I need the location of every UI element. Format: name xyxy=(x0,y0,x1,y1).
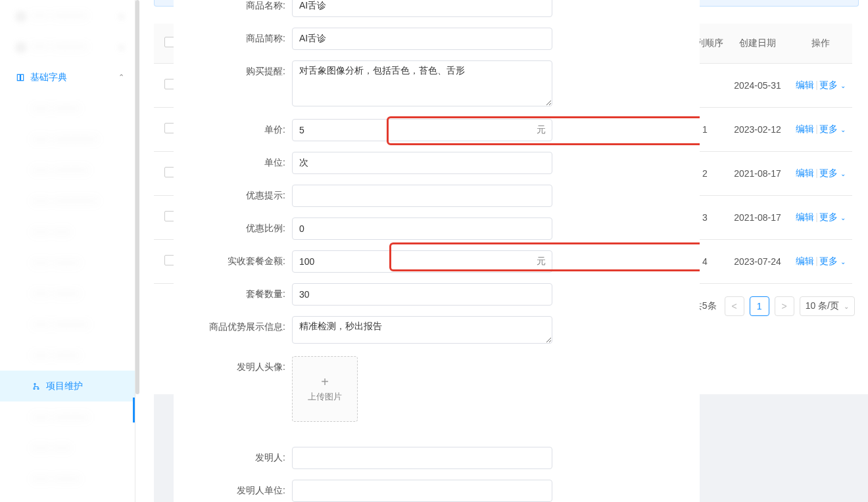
cell-date: 2023-02-12 xyxy=(726,107,789,151)
inventor-input[interactable] xyxy=(292,447,552,469)
chevron-down-icon: ⌄ xyxy=(118,42,124,51)
menu-icon: ▢ xyxy=(16,42,25,51)
purchase-tip-textarea[interactable]: 对舌象图像分析，包括舌色，苔色、舌形 xyxy=(292,60,552,106)
sidebar-item[interactable]: －－ －－－ xyxy=(0,340,135,371)
inventor-org-input[interactable] xyxy=(292,480,552,502)
cell-date: 2024-05-31 xyxy=(726,63,789,107)
book-icon xyxy=(16,73,25,82)
more-link[interactable]: 更多 ⌄ xyxy=(819,256,846,266)
label-tip: 购买提醒: xyxy=(174,60,292,78)
sidebar-item[interactable]: －－ －－－ xyxy=(0,93,135,124)
product-short-input[interactable] xyxy=(292,28,552,50)
product-name-input[interactable] xyxy=(292,0,552,17)
unit-input[interactable] xyxy=(292,152,552,174)
sidebar-item[interactable]: ▢－－ －－－－⌄ xyxy=(0,0,135,31)
scrollbar-thumb[interactable] xyxy=(135,0,139,394)
chevron-down-icon: ⌄ xyxy=(838,214,846,221)
edit-link[interactable]: 编辑 xyxy=(796,256,814,266)
cell-date: 2021-08-17 xyxy=(726,151,789,195)
cell-ops: 编辑|更多 ⌄ xyxy=(789,107,852,151)
package-qty-input[interactable] xyxy=(292,283,552,306)
sidebar-item[interactable]: －－ －－－－－ xyxy=(0,124,135,154)
upload-label: 上传图片 xyxy=(308,391,342,403)
active-indicator xyxy=(133,398,135,422)
unit-price-input[interactable] xyxy=(292,119,552,141)
suffix-yuan-2: 元 xyxy=(537,256,546,267)
sidebar-item[interactable]: －－ －－－ xyxy=(0,247,135,278)
cell-ops: 编辑|更多 ⌄ xyxy=(789,151,852,195)
sidebar-section-dict[interactable]: 基础字典 ⌃ xyxy=(0,62,135,93)
suffix-yuan: 元 xyxy=(537,124,546,136)
more-link[interactable]: 更多 ⌄ xyxy=(819,212,846,222)
sidebar-item[interactable]: －－ －－－ xyxy=(0,278,135,309)
chevron-down-icon: ⌄ xyxy=(838,170,846,177)
more-link[interactable]: 更多 ⌄ xyxy=(819,168,846,178)
chevron-down-icon: ⌄ xyxy=(838,126,846,133)
plus-icon: + xyxy=(321,375,329,388)
sidebar-item[interactable]: －－ －－－－ xyxy=(0,154,135,185)
page-1[interactable]: 1 xyxy=(750,296,769,316)
sidebar-item[interactable]: ▢－－ －－－－⌄ xyxy=(0,31,135,62)
more-link[interactable]: 更多 ⌄ xyxy=(819,124,846,134)
promo-rate-input[interactable] xyxy=(292,217,552,240)
next-page-button[interactable]: > xyxy=(775,296,794,316)
edit-link[interactable]: 编辑 xyxy=(796,212,814,222)
chevron-down-icon: ⌄ xyxy=(838,258,846,265)
label-inventor: 发明人: xyxy=(174,447,292,464)
prev-page-button[interactable]: < xyxy=(725,296,744,316)
cell-ops: 编辑|更多 ⌄ xyxy=(789,63,852,107)
chevron-up-icon: ⌃ xyxy=(118,73,124,81)
edit-link[interactable]: 编辑 xyxy=(796,124,814,134)
cell-ops: 编辑|更多 ⌄ xyxy=(789,195,852,239)
edit-dialog: 商品名称: 商品简称: 购买提醒: 对舌象图像分析，包括舌色，苔色、舌形 单价:… xyxy=(174,0,700,502)
label-name: 商品名称: xyxy=(174,0,292,12)
cell-date: 2023-07-24 xyxy=(726,239,789,283)
sidebar-item-label: 项目维护 xyxy=(46,380,124,392)
cell-date: 2021-08-17 xyxy=(726,195,789,239)
sidebar-item[interactable]: －－ －－ xyxy=(0,216,135,247)
edit-link[interactable]: 编辑 xyxy=(796,80,814,90)
sidebar-section-label: 基础字典 xyxy=(30,72,118,83)
chevron-down-icon: ⌄ xyxy=(118,11,124,20)
feature-textarea[interactable]: 精准检测，秒出报告 xyxy=(292,316,552,344)
avatar-upload[interactable]: + 上传图片 xyxy=(292,356,358,422)
label-feature: 商品优势展示信息: xyxy=(174,316,292,333)
edit-link[interactable]: 编辑 xyxy=(796,168,814,178)
page-size-select[interactable]: 10 条/页 ⌄ xyxy=(800,296,855,316)
label-avatar: 发明人头像: xyxy=(174,356,292,373)
menu-icon: ▢ xyxy=(16,11,25,20)
col-ops: 操作 xyxy=(789,24,852,63)
label-promo-rate: 优惠比例: xyxy=(174,217,292,235)
sidebar-item[interactable]: －－ －－ xyxy=(0,432,135,463)
tree-icon xyxy=(32,382,41,391)
label-pkg-qty: 套餐数量: xyxy=(174,283,292,300)
sidebar-item[interactable]: －－ －－－－ xyxy=(0,309,135,340)
more-link[interactable]: 更多 ⌄ xyxy=(819,80,846,90)
chevron-down-icon: ⌄ xyxy=(838,82,846,89)
sidebar-item[interactable]: －－ －－－－ xyxy=(0,401,135,432)
promo-tip-input[interactable] xyxy=(292,185,552,207)
label-unit: 单位: xyxy=(174,152,292,169)
cell-ops: 编辑|更多 ⌄ xyxy=(789,239,852,283)
label-short: 商品简称: xyxy=(174,28,292,45)
page-size-label: 10 条/页 xyxy=(806,300,839,312)
label-pkg-amount: 实收套餐金额: xyxy=(174,250,292,267)
sidebar-item[interactable]: －－ －－－－－ xyxy=(0,185,135,216)
sidebar-item-project-maintenance[interactable]: 项目维护 xyxy=(0,371,135,401)
sidebar: ▢－－ －－－－⌄ ▢－－ －－－－⌄ 基础字典 ⌃ －－ －－－ －－ －－－… xyxy=(0,0,135,502)
package-amount-input[interactable] xyxy=(292,250,552,273)
sidebar-item[interactable]: －－ －－－ xyxy=(0,463,135,494)
label-price: 单价: xyxy=(174,119,292,136)
label-promo-tip: 优惠提示: xyxy=(174,185,292,202)
col-created: 创建日期 xyxy=(726,24,789,63)
label-inventor-org: 发明人单位: xyxy=(174,480,292,497)
